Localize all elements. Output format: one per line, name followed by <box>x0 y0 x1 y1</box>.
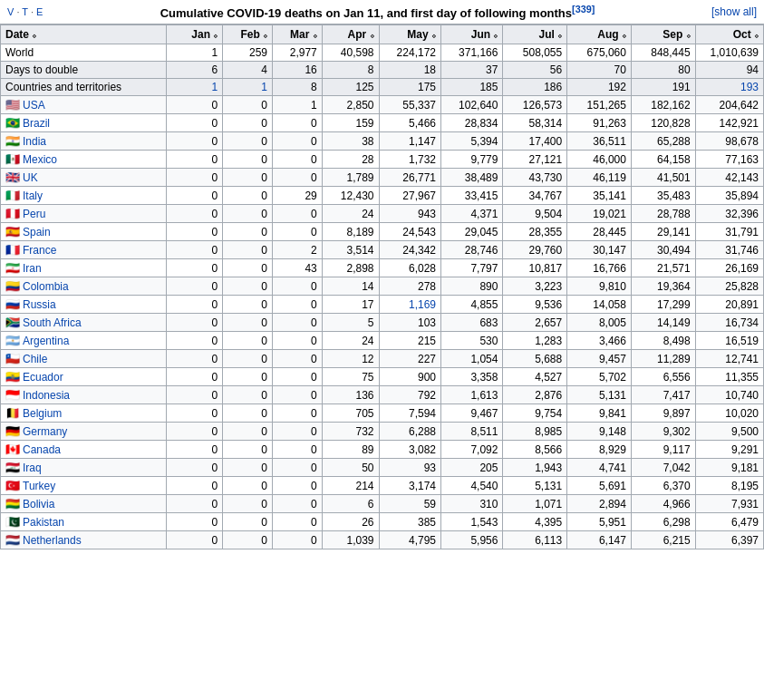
country-link[interactable]: Italy <box>23 190 43 202</box>
col-date[interactable]: Date ⬦ <box>1 25 167 44</box>
cell-name[interactable]: 🇪🇨Ecuador <box>1 368 167 386</box>
country-link[interactable]: Ecuador <box>23 371 63 384</box>
cell-mar: 0 <box>273 350 323 368</box>
cell-name[interactable]: 🇮🇶Iraq <box>1 459 167 477</box>
country-link[interactable]: Argentina <box>23 335 69 347</box>
country-link[interactable]: Chile <box>23 353 47 365</box>
cell-aug: 19,021 <box>567 205 632 223</box>
table-row: 🇿🇦South Africa00051036832,6578,00514,149… <box>1 314 764 332</box>
vte-t[interactable]: T <box>22 6 28 17</box>
show-all-link[interactable]: [show all] <box>693 5 757 18</box>
cell-name[interactable]: 🇨🇱Chile <box>1 350 167 368</box>
col-oct[interactable]: Oct ⬦ <box>695 25 763 44</box>
cell-oct: 9,181 <box>695 459 763 477</box>
cell-name[interactable]: 🇫🇷France <box>1 241 167 259</box>
cell-sep: 6,215 <box>631 531 695 549</box>
cell-name[interactable]: 🇵🇪Peru <box>1 205 167 223</box>
country-link[interactable]: Germany <box>23 425 67 438</box>
cell-jun: 102,640 <box>441 96 503 114</box>
cell-name[interactable]: 🇨🇴Colombia <box>1 277 167 296</box>
country-link[interactable]: South Africa <box>23 316 82 329</box>
cell-name[interactable]: 🇺🇸USA <box>1 96 167 114</box>
cell-apr: 1,039 <box>322 531 379 549</box>
flag-icon: 🇪🇸 <box>5 225 20 238</box>
cell-name[interactable]: 🇧🇷Brazil <box>1 114 167 132</box>
cell-name[interactable]: 🇹🇷Turkey <box>1 477 167 495</box>
cell-name[interactable]: 🇲🇽Mexico <box>1 151 167 169</box>
country-link[interactable]: Peru <box>23 208 45 220</box>
cell-jun: 683 <box>441 314 503 332</box>
cell-name[interactable]: 🇿🇦South Africa <box>1 314 167 332</box>
cell-apr: 14 <box>322 277 379 296</box>
col-jan[interactable]: Jan ⬦ <box>166 25 223 44</box>
cell-name[interactable]: 🇮🇳India <box>1 132 167 151</box>
cell-name[interactable]: 🇩🇪Germany <box>1 423 167 441</box>
cell-aug: 35,141 <box>567 187 632 205</box>
country-link[interactable]: Spain <box>23 226 51 238</box>
country-link[interactable]: Indonesia <box>23 389 70 402</box>
cell-sep: 9,897 <box>631 404 695 423</box>
cell-name[interactable]: 🇧🇪Belgium <box>1 404 167 423</box>
cell-name[interactable]: 🇷🇺Russia <box>1 296 167 314</box>
col-aug[interactable]: Aug ⬦ <box>567 25 632 44</box>
country-link[interactable]: Colombia <box>23 280 69 293</box>
country-link[interactable]: Belgium <box>23 407 62 420</box>
col-apr[interactable]: Apr ⬦ <box>322 25 379 44</box>
cell-aug: 5,702 <box>567 368 632 386</box>
cell-apr: 8,189 <box>322 223 379 241</box>
country-link[interactable]: UK <box>23 171 38 184</box>
country-link[interactable]: Iran <box>23 262 42 275</box>
vte-v[interactable]: V <box>7 6 14 17</box>
col-jun[interactable]: Jun ⬦ <box>441 25 503 44</box>
cell-name[interactable]: 🇨🇦Canada <box>1 441 167 459</box>
cell-jul: 5,131 <box>503 477 567 495</box>
cell-may: 27,967 <box>379 187 440 205</box>
country-link[interactable]: Brazil <box>23 117 50 130</box>
cell-name[interactable]: 🇮🇩Indonesia <box>1 386 167 404</box>
cell-may: 900 <box>379 368 440 386</box>
cell-name[interactable]: 🇦🇷Argentina <box>1 332 167 350</box>
country-link[interactable]: Pakistan <box>23 516 64 529</box>
cell-mar: 1 <box>273 96 323 114</box>
cell-feb: 259 <box>223 44 273 62</box>
flag-icon: 🇲🇽 <box>5 152 20 166</box>
ref-number[interactable]: [339] <box>572 4 595 15</box>
row-label: Days to double <box>5 63 78 76</box>
col-sep[interactable]: Sep ⬦ <box>631 25 695 44</box>
cell-aug: 3,466 <box>567 332 632 350</box>
country-link[interactable]: Canada <box>23 443 61 456</box>
cell-oct: 9,291 <box>695 441 763 459</box>
cell-mar: 0 <box>273 513 323 531</box>
vte-e[interactable]: E <box>36 6 43 17</box>
country-link[interactable]: USA <box>23 99 45 112</box>
country-link[interactable]: Netherlands <box>23 534 82 547</box>
cell-name[interactable]: 🇵🇰Pakistan <box>1 513 167 531</box>
cell-feb: 0 <box>223 386 273 404</box>
cell-name[interactable]: 🇪🇸Spain <box>1 223 167 241</box>
col-jul[interactable]: Jul ⬦ <box>503 25 567 44</box>
cell-name[interactable]: 🇧🇴Bolivia <box>1 495 167 513</box>
cell-jun: 890 <box>441 277 503 296</box>
col-mar[interactable]: Mar ⬦ <box>273 25 323 44</box>
country-link[interactable]: Iraq <box>23 462 42 474</box>
country-link[interactable]: Turkey <box>23 480 55 492</box>
country-link[interactable]: France <box>23 244 56 257</box>
cell-name[interactable]: 🇬🇧UK <box>1 169 167 187</box>
country-link[interactable]: Russia <box>23 298 56 311</box>
table-row: 🇨🇦Canada000893,0827,0928,5668,9299,1179,… <box>1 441 764 459</box>
cell-jan: 0 <box>166 314 223 332</box>
cell-name[interactable]: 🇮🇹Italy <box>1 187 167 205</box>
cell-name[interactable]: 🇮🇷Iran <box>1 259 167 277</box>
cell-jul: 28,355 <box>503 223 567 241</box>
country-link[interactable]: Mexico <box>23 153 57 166</box>
cell-may: 5,466 <box>379 114 440 132</box>
cell-apr: 2,850 <box>322 96 379 114</box>
cell-name[interactable]: 🇳🇱Netherlands <box>1 531 167 549</box>
col-may[interactable]: May ⬦ <box>379 25 440 44</box>
country-link[interactable]: India <box>23 135 46 148</box>
cell-aug: 36,511 <box>567 132 632 151</box>
cell-sep: 7,417 <box>631 386 695 404</box>
cell-apr: 17 <box>322 296 379 314</box>
col-feb[interactable]: Feb ⬦ <box>223 25 273 44</box>
country-link[interactable]: Bolivia <box>23 498 54 510</box>
